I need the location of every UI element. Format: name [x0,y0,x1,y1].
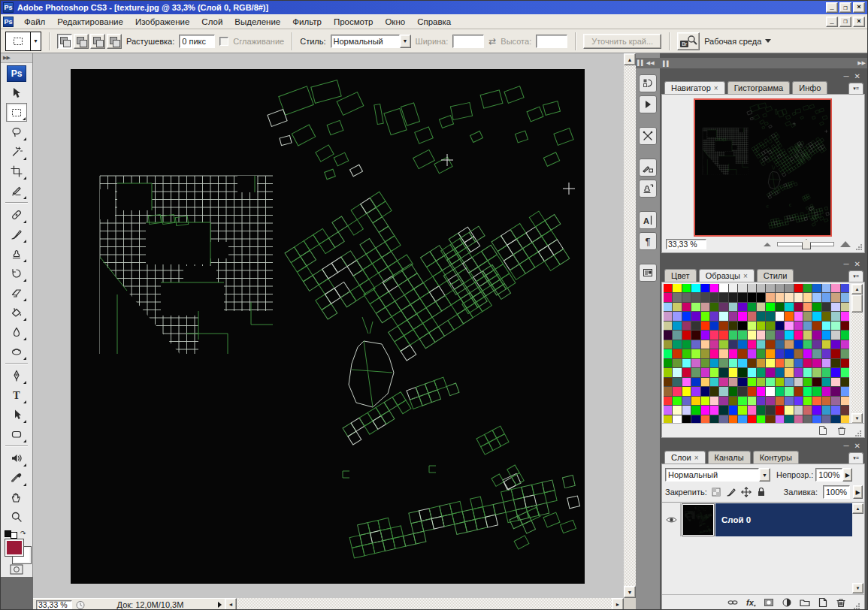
swatch-244[interactable] [701,397,709,405]
swatch-199[interactable] [841,368,849,376]
swatch-113[interactable] [785,331,793,339]
fill-spinner[interactable]: ▶ [853,485,863,499]
swatch-28[interactable] [738,293,746,301]
swatch-271[interactable] [766,406,774,414]
fill-input[interactable]: 100% [823,485,850,499]
swatch-175[interactable] [803,359,812,367]
intersect-selection-button[interactable] [107,34,122,49]
close-tab-icon[interactable]: × [743,272,748,280]
swatch-34[interactable] [794,293,803,301]
swatch-196[interactable] [812,368,821,376]
swatch-25[interactable] [710,293,718,301]
swatch-183[interactable] [691,368,700,376]
swatch-243[interactable] [691,397,700,405]
doc-minimize-button[interactable]: _ [826,17,838,27]
swatch-217[interactable] [822,378,830,386]
swatch-241[interactable] [673,397,681,405]
swatch-74[interactable] [794,312,803,320]
swatch-128[interactable] [738,340,746,349]
folder-button[interactable] [799,596,811,608]
swatch-250[interactable] [757,397,765,405]
swatch-146[interactable] [719,349,727,358]
doc-close-button[interactable]: × [853,17,865,27]
swatch-239[interactable] [841,387,849,395]
swatches-scrollbar[interactable]: ▲ ▼ [851,284,863,424]
swatch-158[interactable] [831,349,839,358]
swatch-122[interactable] [682,340,691,349]
slice-tool[interactable] [6,181,27,200]
swatch-227[interactable] [729,387,737,395]
swatch-270[interactable] [757,406,765,414]
swatch-273[interactable] [785,406,793,414]
blend-mode-value[interactable]: Нормальный [665,468,759,482]
trash-button[interactable] [835,596,847,608]
scroll-up-button[interactable]: ▲ [851,284,863,294]
swatch-255[interactable] [803,397,812,405]
swatch-179[interactable] [841,359,849,367]
clone-stamp-tool[interactable] [6,244,27,263]
swap-dimensions-icon[interactable]: ⇄ [488,36,496,47]
swatch-24[interactable] [701,293,709,301]
swatch-145[interactable] [710,349,718,358]
swatch-15[interactable] [803,284,812,292]
proxy-preview-icon[interactable] [75,600,86,610]
blend-mode-select[interactable]: Нормальный ▼ [665,468,770,482]
swatch-242[interactable] [682,397,691,405]
swatch-117[interactable] [822,331,830,339]
delete-swatch-button[interactable] [836,424,848,436]
navigator-tab-навигатор[interactable]: Навигатор× [664,81,725,94]
swatch-185[interactable] [710,368,718,376]
swatch-58[interactable] [831,303,839,311]
link-button[interactable] [727,596,739,608]
swatch-78[interactable] [831,312,839,320]
paragraph-panel-button[interactable]: ¶ [639,232,657,250]
close-tab-icon[interactable]: × [714,84,718,92]
actions-panel-button[interactable] [639,95,657,113]
swatch-268[interactable] [738,406,746,414]
swatch-167[interactable] [729,359,737,367]
height-input[interactable] [536,35,567,48]
swatch-262[interactable] [682,406,691,414]
crop-tool[interactable] [6,162,27,180]
swatch-197[interactable] [822,368,830,376]
swatch-159[interactable] [841,349,849,358]
swatch-56[interactable] [812,303,821,311]
swatch-178[interactable] [831,359,839,367]
swatch-45[interactable] [710,303,718,311]
mask-button[interactable] [763,596,775,608]
horizontal-scroll-track[interactable] [237,598,612,610]
new-selection-button[interactable] [57,34,72,49]
panel-menu-button[interactable]: ▾≡ [848,270,863,282]
new-layer-button[interactable] [817,596,829,608]
swatch-100[interactable] [664,331,672,339]
lock-position-button[interactable] [740,486,753,498]
swatch-55[interactable] [803,303,812,311]
shape-tool[interactable] [6,424,27,443]
swatch-125[interactable] [710,340,718,349]
hand-tool[interactable] [6,488,27,506]
swatch-6[interactable] [719,284,727,292]
vertical-scrollbar[interactable]: ▲ ▼ [624,53,636,598]
swatch-31[interactable] [766,293,774,301]
feather-input[interactable]: 0 пикс [179,35,215,48]
adjustment-button[interactable] [781,596,793,608]
swatch-147[interactable] [729,349,737,358]
history-panel-button[interactable] [639,74,657,92]
swatch-277[interactable] [822,406,830,414]
swatch-139[interactable] [841,340,849,349]
swatch-276[interactable] [812,406,821,414]
swatch-190[interactable] [757,368,765,376]
swatch-123[interactable] [691,340,700,349]
fx-button[interactable]: fx [745,596,757,608]
swatch-265[interactable] [710,406,718,414]
swatch-105[interactable] [710,331,718,339]
swatch-29[interactable] [748,293,756,301]
swatch-19[interactable] [841,284,849,292]
dock-collapse-header[interactable]: ▌▌ ◀◀ [636,58,660,68]
swatch-232[interactable] [776,387,784,395]
swatch-47[interactable] [729,303,737,311]
swatch-148[interactable] [738,349,746,358]
swatch-107[interactable] [729,331,737,339]
swatch-96[interactable] [812,322,821,330]
swatch-225[interactable] [710,387,718,395]
